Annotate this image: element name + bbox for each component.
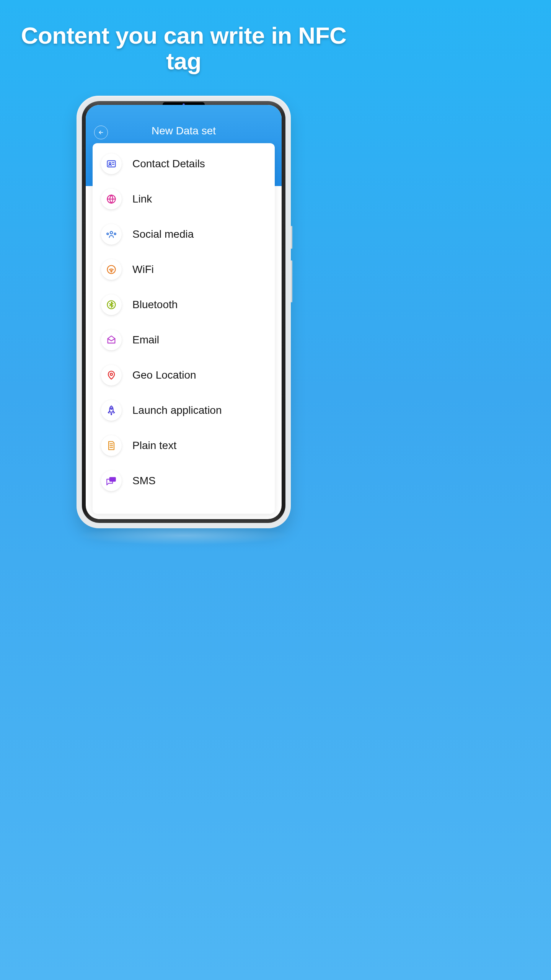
bluetooth-icon bbox=[101, 294, 122, 315]
back-button[interactable] bbox=[94, 126, 108, 139]
contact-card-icon bbox=[101, 154, 122, 174]
phone-frame: New Data set Contact Details bbox=[77, 96, 291, 528]
svg-point-7 bbox=[110, 231, 112, 234]
menu-item-launch-application[interactable]: Launch application bbox=[98, 393, 269, 428]
menu-item-sms[interactable]: SMS bbox=[98, 463, 269, 498]
page-title: New Data set bbox=[152, 125, 216, 137]
rocket-icon bbox=[101, 400, 122, 421]
phone-side-button bbox=[291, 226, 292, 249]
svg-rect-1 bbox=[108, 161, 116, 167]
menu-item-label: Launch application bbox=[132, 404, 222, 416]
menu-item-contact-details[interactable]: Contact Details bbox=[98, 146, 269, 181]
wifi-icon bbox=[101, 259, 122, 280]
menu-item-link[interactable]: Link bbox=[98, 181, 269, 217]
menu-item-social-media[interactable]: Social media bbox=[98, 217, 269, 252]
phone-side-button bbox=[291, 260, 292, 302]
menu-card: Contact Details Link bbox=[93, 143, 275, 514]
menu-item-wifi[interactable]: WiFi bbox=[98, 252, 269, 287]
svg-point-13 bbox=[110, 373, 112, 376]
headline: Content you can write in NFC tag bbox=[0, 23, 367, 74]
menu-item-geo-location[interactable]: Geo Location bbox=[98, 358, 269, 393]
svg-point-9 bbox=[114, 233, 116, 235]
menu-item-bluetooth[interactable]: Bluetooth bbox=[98, 287, 269, 322]
svg-point-14 bbox=[111, 408, 112, 409]
menu-item-label: Plain text bbox=[132, 439, 176, 452]
menu-item-label: Geo Location bbox=[132, 369, 196, 381]
chat-icon bbox=[101, 470, 122, 491]
arrow-left-icon bbox=[98, 129, 104, 136]
globe-icon bbox=[101, 189, 122, 209]
menu-item-label: WiFi bbox=[132, 263, 154, 276]
svg-point-2 bbox=[109, 162, 111, 164]
menu-item-label: Link bbox=[132, 193, 152, 205]
phone-screen: New Data set Contact Details bbox=[86, 105, 282, 519]
menu-item-label: Bluetooth bbox=[132, 299, 178, 311]
mail-icon bbox=[101, 330, 122, 350]
phone-bezel: New Data set Contact Details bbox=[82, 101, 285, 523]
menu-item-label: Email bbox=[132, 334, 159, 346]
social-icon bbox=[101, 224, 122, 245]
svg-point-8 bbox=[107, 233, 108, 235]
pin-icon bbox=[101, 365, 122, 385]
menu-item-plain-text[interactable]: Plain text bbox=[98, 428, 269, 463]
menu-item-label: SMS bbox=[132, 475, 156, 487]
document-icon bbox=[101, 435, 122, 456]
menu-item-label: Contact Details bbox=[132, 158, 205, 170]
svg-point-11 bbox=[111, 271, 112, 272]
menu-item-label: Social media bbox=[132, 228, 194, 240]
phone-reflection bbox=[77, 526, 291, 545]
menu-item-email[interactable]: Email bbox=[98, 322, 269, 358]
